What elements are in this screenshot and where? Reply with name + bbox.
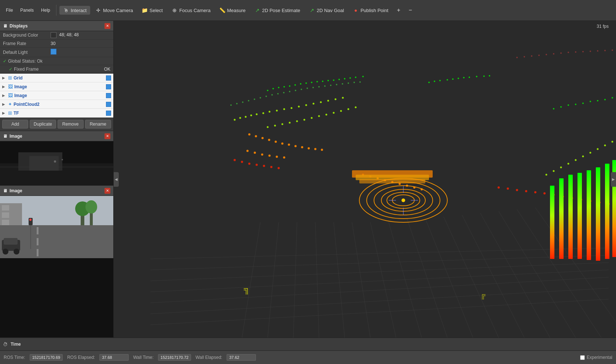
ros-elapsed-value[interactable]: 37.68 bbox=[99, 354, 129, 361]
move-camera-button[interactable]: ✛ Move Camera bbox=[92, 6, 137, 15]
displays-close-button[interactable]: ✕ bbox=[104, 23, 110, 29]
pose-estimate-button[interactable]: ↗ 2D Pose Estimate bbox=[251, 6, 304, 15]
frame-rate-value[interactable]: 30 bbox=[51, 41, 110, 46]
menu-file[interactable]: File bbox=[3, 7, 16, 14]
add-button[interactable]: Add bbox=[2, 120, 28, 129]
wall-time-label: Wall Time: bbox=[133, 355, 154, 360]
wall-elapsed-value[interactable]: 37.62 bbox=[227, 354, 256, 361]
menu-panels[interactable]: Panels bbox=[17, 7, 37, 14]
tree-item-grid[interactable]: ▶ ⊞ Grid bbox=[0, 74, 113, 82]
rename-button[interactable]: Rename bbox=[85, 120, 111, 129]
svg-rect-192 bbox=[568, 175, 573, 259]
svg-point-51 bbox=[267, 90, 268, 91]
tree-container: ▶ ⊞ Grid ▶ 🖼 Image ▶ 🖼 Image bbox=[0, 74, 113, 118]
svg-point-104 bbox=[335, 99, 337, 100]
svg-rect-14 bbox=[37, 238, 38, 245]
svg-point-83 bbox=[575, 104, 576, 105]
tree-checkbox-image-1[interactable] bbox=[106, 84, 111, 89]
svg-point-89 bbox=[234, 119, 236, 121]
svg-rect-195 bbox=[596, 167, 600, 261]
svg-point-96 bbox=[276, 110, 278, 112]
svg-rect-196 bbox=[605, 164, 609, 259]
frame-rate-label: Frame Rate bbox=[3, 41, 51, 46]
svg-point-67 bbox=[355, 77, 356, 78]
svg-point-65 bbox=[344, 78, 345, 79]
svg-point-201 bbox=[524, 56, 525, 57]
svg-point-109 bbox=[289, 122, 291, 124]
image-panel-2-close[interactable]: ✕ bbox=[104, 188, 110, 194]
remove-tool-button[interactable]: − bbox=[405, 5, 415, 15]
tree-item-pointcloud2[interactable]: ▶ ✦ PointCloud2 bbox=[0, 100, 113, 109]
viewport-3d[interactable]: ◀ bbox=[114, 21, 616, 338]
nav-goal-button[interactable]: ↗ 2D Nav Goal bbox=[305, 6, 348, 15]
svg-point-235 bbox=[353, 82, 355, 83]
svg-point-61 bbox=[322, 81, 323, 82]
ros-elapsed-label: ROS Elapsed: bbox=[67, 355, 95, 360]
tree-item-tf[interactable]: ▶ ⊞ TF bbox=[0, 109, 113, 118]
remove-button[interactable]: Remove bbox=[58, 120, 84, 129]
menu-help[interactable]: Help bbox=[38, 7, 53, 14]
svg-point-168 bbox=[516, 189, 518, 191]
svg-point-167 bbox=[507, 187, 509, 190]
tree-checkbox-grid[interactable] bbox=[106, 75, 111, 81]
tree-checkbox-tf[interactable] bbox=[106, 111, 111, 116]
svg-point-146 bbox=[283, 156, 285, 159]
svg-point-215 bbox=[236, 103, 238, 104]
svg-point-82 bbox=[568, 104, 569, 106]
svg-point-216 bbox=[242, 101, 243, 103]
tree-checkbox-pointcloud2[interactable] bbox=[106, 102, 111, 107]
svg-point-73 bbox=[452, 78, 454, 80]
svg-point-22 bbox=[3, 249, 8, 255]
tree-icon-image-2: 🖼 bbox=[8, 93, 13, 98]
image-panel-2-content bbox=[0, 196, 113, 337]
svg-point-142 bbox=[254, 152, 256, 154]
svg-point-19 bbox=[85, 200, 97, 213]
add-tool-button[interactable]: + bbox=[393, 5, 404, 15]
duplicate-button[interactable]: Duplicate bbox=[30, 120, 56, 129]
tree-item-image-1[interactable]: ▶ 🖼 Image bbox=[0, 82, 113, 91]
svg-point-210 bbox=[590, 51, 591, 52]
svg-point-106 bbox=[267, 126, 269, 128]
svg-point-165 bbox=[278, 167, 280, 169]
svg-point-64 bbox=[338, 79, 340, 80]
svg-rect-13 bbox=[37, 227, 38, 234]
fixed-frame-label: Fixed Frame bbox=[14, 67, 38, 72]
right-collapse-handle[interactable]: ▶ bbox=[611, 172, 616, 187]
svg-point-214 bbox=[230, 104, 232, 106]
displays-panel-header: 🖥 Displays ✕ bbox=[0, 21, 113, 31]
image-panel-1-close[interactable]: ✕ bbox=[104, 133, 110, 139]
svg-point-166 bbox=[498, 186, 500, 189]
svg-point-224 bbox=[289, 91, 290, 92]
wall-time-value[interactable]: 1521817170.72 bbox=[158, 354, 191, 361]
tree-icon-tf: ⊞ bbox=[8, 110, 12, 116]
svg-rect-3 bbox=[29, 156, 59, 171]
global-status-check: ✓ bbox=[3, 59, 7, 64]
svg-point-170 bbox=[534, 191, 536, 193]
default-light-checkbox bbox=[51, 49, 56, 55]
focus-camera-button[interactable]: ⊕ Focus Camera bbox=[168, 6, 214, 15]
svg-point-236 bbox=[359, 81, 361, 83]
collapse-handle[interactable]: ◀ bbox=[114, 172, 119, 187]
svg-point-221 bbox=[271, 94, 273, 96]
ros-time-value[interactable]: 1521817170.69 bbox=[30, 354, 63, 361]
select-button[interactable]: 📁 Select bbox=[138, 6, 166, 15]
tree-item-image-2[interactable]: ▶ 🖼 Image bbox=[0, 91, 113, 100]
tree-checkbox-image-2[interactable] bbox=[106, 93, 111, 98]
displays-buttons-row: Add Duplicate Remove Rename bbox=[0, 118, 113, 131]
experimental-label: Experimental bbox=[587, 355, 612, 360]
interact-button[interactable]: 🖱 Interact bbox=[59, 6, 90, 15]
tree-label-image-1: Image bbox=[14, 84, 104, 89]
background-color-value[interactable]: 48; 48; 48 bbox=[51, 32, 110, 38]
image-panel-1-icon: 🖥 bbox=[3, 134, 7, 139]
svg-point-228 bbox=[312, 87, 314, 88]
svg-point-126 bbox=[597, 148, 599, 150]
image-panel-1: 🖥 Image ✕ bbox=[0, 131, 113, 186]
svg-rect-11 bbox=[2, 220, 9, 225]
default-light-row: Default Light bbox=[0, 48, 113, 57]
publish-point-button[interactable]: ● Publish Point bbox=[349, 6, 392, 15]
measure-button[interactable]: 📏 Measure bbox=[216, 6, 249, 15]
default-light-value[interactable] bbox=[51, 49, 110, 56]
experimental-checkbox[interactable] bbox=[580, 355, 585, 360]
svg-point-90 bbox=[239, 117, 241, 119]
svg-rect-9 bbox=[2, 205, 9, 211]
